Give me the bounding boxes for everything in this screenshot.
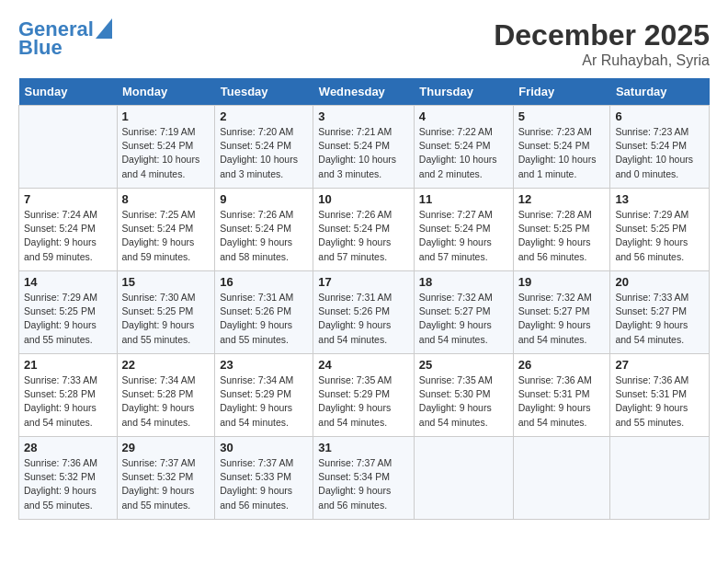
day-info: Sunrise: 7:36 AM Sunset: 5:31 PM Dayligh… [615,373,704,430]
day-number: 30 [220,441,308,454]
day-number: 22 [122,358,210,372]
day-info: Sunrise: 7:32 AM Sunset: 5:27 PM Dayligh… [518,291,606,347]
day-number: 19 [518,275,606,289]
calendar-cell: 9Sunrise: 7:26 AM Sunset: 5:24 PM Daylig… [215,189,313,271]
calendar-cell: 2Sunrise: 7:20 AM Sunset: 5:24 PM Daylig… [215,106,313,189]
day-number: 20 [615,275,704,289]
day-info: Sunrise: 7:29 AM Sunset: 5:25 PM Dayligh… [24,291,112,347]
day-info: Sunrise: 7:23 AM Sunset: 5:24 PM Dayligh… [518,125,606,181]
calendar-cell: 17Sunrise: 7:31 AM Sunset: 5:26 PM Dayli… [313,271,415,354]
day-header-wednesday: Wednesday [313,78,415,106]
day-number: 7 [24,192,112,206]
calendar-body: 1Sunrise: 7:19 AM Sunset: 5:24 PM Daylig… [19,106,710,520]
day-number: 1 [122,109,210,123]
logo: General Blue [18,18,112,59]
day-number: 18 [419,275,508,289]
day-number: 13 [615,192,704,206]
day-number: 11 [419,192,508,206]
day-number: 23 [220,358,308,372]
calendar-cell: 14Sunrise: 7:29 AM Sunset: 5:25 PM Dayli… [19,271,118,354]
day-info: Sunrise: 7:31 AM Sunset: 5:26 PM Dayligh… [318,291,409,347]
calendar-week-4: 21Sunrise: 7:33 AM Sunset: 5:28 PM Dayli… [19,354,710,437]
day-info: Sunrise: 7:27 AM Sunset: 5:24 PM Dayligh… [419,208,508,264]
calendar-cell: 18Sunrise: 7:32 AM Sunset: 5:27 PM Dayli… [414,271,513,354]
calendar-cell: 3Sunrise: 7:21 AM Sunset: 5:24 PM Daylig… [313,106,415,189]
day-info: Sunrise: 7:23 AM Sunset: 5:24 PM Dayligh… [615,125,704,181]
day-info: Sunrise: 7:35 AM Sunset: 5:29 PM Dayligh… [318,373,409,430]
calendar-cell: 12Sunrise: 7:28 AM Sunset: 5:25 PM Dayli… [513,189,610,271]
day-number: 21 [24,358,112,372]
calendar-cell [610,437,710,520]
calendar-cell: 15Sunrise: 7:30 AM Sunset: 5:25 PM Dayli… [117,271,215,354]
day-number: 15 [122,275,210,289]
day-info: Sunrise: 7:32 AM Sunset: 5:27 PM Dayligh… [419,291,508,347]
day-header-sunday: Sunday [19,78,118,106]
day-info: Sunrise: 7:25 AM Sunset: 5:24 PM Dayligh… [122,208,210,264]
day-info: Sunrise: 7:29 AM Sunset: 5:25 PM Dayligh… [615,208,704,264]
day-info: Sunrise: 7:19 AM Sunset: 5:24 PM Dayligh… [122,125,210,181]
calendar-week-5: 28Sunrise: 7:36 AM Sunset: 5:32 PM Dayli… [19,437,710,520]
day-number: 26 [518,358,606,372]
calendar-table: SundayMondayTuesdayWednesdayThursdayFrid… [18,78,710,520]
month-title: December 2025 [494,18,710,52]
day-info: Sunrise: 7:36 AM Sunset: 5:31 PM Dayligh… [518,373,606,430]
day-number: 5 [518,109,606,123]
calendar-cell: 10Sunrise: 7:26 AM Sunset: 5:24 PM Dayli… [313,189,415,271]
day-number: 6 [615,109,704,123]
calendar-cell: 22Sunrise: 7:34 AM Sunset: 5:28 PM Dayli… [117,354,215,437]
calendar-cell [19,106,118,189]
day-number: 29 [122,441,210,454]
calendar-week-2: 7Sunrise: 7:24 AM Sunset: 5:24 PM Daylig… [19,189,710,271]
calendar-cell: 7Sunrise: 7:24 AM Sunset: 5:24 PM Daylig… [19,189,118,271]
day-number: 4 [419,109,508,123]
calendar-cell: 13Sunrise: 7:29 AM Sunset: 5:25 PM Dayli… [610,189,710,271]
calendar-cell: 16Sunrise: 7:31 AM Sunset: 5:26 PM Dayli… [215,271,313,354]
svg-marker-0 [96,18,112,39]
day-info: Sunrise: 7:34 AM Sunset: 5:29 PM Dayligh… [220,373,308,430]
day-info: Sunrise: 7:31 AM Sunset: 5:26 PM Dayligh… [220,291,308,347]
calendar-cell: 5Sunrise: 7:23 AM Sunset: 5:24 PM Daylig… [513,106,610,189]
calendar-cell: 24Sunrise: 7:35 AM Sunset: 5:29 PM Dayli… [313,354,415,437]
day-number: 16 [220,275,308,289]
day-number: 8 [122,192,210,206]
day-info: Sunrise: 7:30 AM Sunset: 5:25 PM Dayligh… [122,291,210,347]
calendar-cell: 30Sunrise: 7:37 AM Sunset: 5:33 PM Dayli… [215,437,313,520]
calendar-cell: 31Sunrise: 7:37 AM Sunset: 5:34 PM Dayli… [313,437,415,520]
day-info: Sunrise: 7:20 AM Sunset: 5:24 PM Dayligh… [220,125,308,181]
day-number: 10 [318,192,409,206]
calendar-cell: 21Sunrise: 7:33 AM Sunset: 5:28 PM Dayli… [19,354,118,437]
calendar-cell: 11Sunrise: 7:27 AM Sunset: 5:24 PM Dayli… [414,189,513,271]
calendar-cell: 23Sunrise: 7:34 AM Sunset: 5:29 PM Dayli… [215,354,313,437]
calendar-week-3: 14Sunrise: 7:29 AM Sunset: 5:25 PM Dayli… [19,271,710,354]
day-number: 27 [615,358,704,372]
logo-icon [96,18,112,39]
day-number: 31 [318,441,409,454]
day-info: Sunrise: 7:34 AM Sunset: 5:28 PM Dayligh… [122,373,210,430]
day-info: Sunrise: 7:22 AM Sunset: 5:24 PM Dayligh… [419,125,508,181]
day-info: Sunrise: 7:28 AM Sunset: 5:25 PM Dayligh… [518,208,606,264]
day-number: 14 [24,275,112,289]
day-info: Sunrise: 7:37 AM Sunset: 5:34 PM Dayligh… [318,456,409,512]
calendar-week-1: 1Sunrise: 7:19 AM Sunset: 5:24 PM Daylig… [19,106,710,189]
calendar-cell: 4Sunrise: 7:22 AM Sunset: 5:24 PM Daylig… [414,106,513,189]
day-number: 3 [318,109,409,123]
page-header: General Blue December 2025 Ar Ruhaybah, … [18,18,710,69]
calendar-cell: 26Sunrise: 7:36 AM Sunset: 5:31 PM Dayli… [513,354,610,437]
day-header-saturday: Saturday [610,78,710,106]
day-info: Sunrise: 7:37 AM Sunset: 5:32 PM Dayligh… [122,456,210,512]
calendar-header-row: SundayMondayTuesdayWednesdayThursdayFrid… [19,78,710,106]
calendar-cell: 29Sunrise: 7:37 AM Sunset: 5:32 PM Dayli… [117,437,215,520]
day-number: 2 [220,109,308,123]
day-header-tuesday: Tuesday [215,78,313,106]
day-header-friday: Friday [513,78,610,106]
calendar-cell [513,437,610,520]
day-number: 25 [419,358,508,372]
calendar-cell: 25Sunrise: 7:35 AM Sunset: 5:30 PM Dayli… [414,354,513,437]
day-info: Sunrise: 7:26 AM Sunset: 5:24 PM Dayligh… [220,208,308,264]
day-number: 12 [518,192,606,206]
calendar-cell: 1Sunrise: 7:19 AM Sunset: 5:24 PM Daylig… [117,106,215,189]
calendar-cell: 19Sunrise: 7:32 AM Sunset: 5:27 PM Dayli… [513,271,610,354]
day-info: Sunrise: 7:36 AM Sunset: 5:32 PM Dayligh… [24,456,112,512]
day-number: 24 [318,358,409,372]
day-number: 28 [24,441,112,454]
